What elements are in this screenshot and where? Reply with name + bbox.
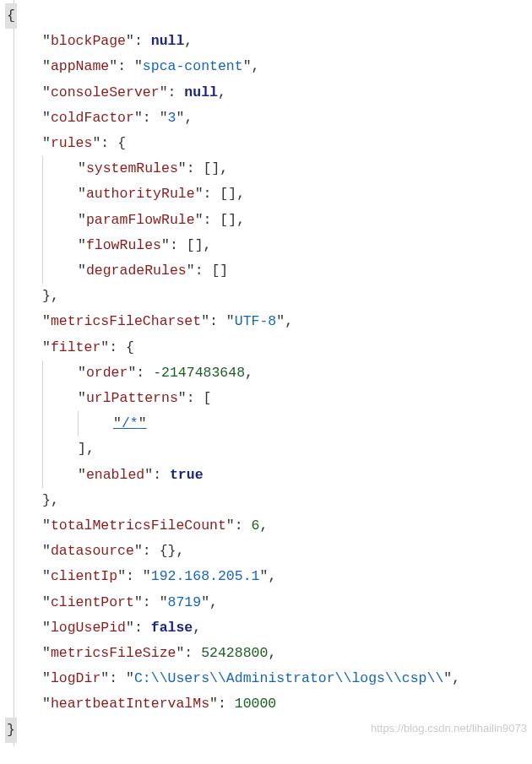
json-string: "C:\\Users\\Administrator\\logs\\csp\\" [126,670,452,686]
code-line: "appName": "spca-content", [7,54,529,79]
json-key: metricsFileSize [51,645,176,661]
json-empty-array: [] [187,237,204,253]
json-boolean: false [151,620,193,636]
json-key: clientPort [51,594,134,610]
code-line: "enabled": true [7,463,529,488]
code-line: "clientIp": "192.168.205.1", [7,564,529,589]
json-key: paramFlowRule [86,212,195,228]
json-empty-array: [] [220,186,236,202]
code-line: "rules": { [7,131,529,156]
json-string: "UTF-8" [226,313,285,329]
json-key: rules [51,135,93,151]
json-string: "/*" [113,415,147,431]
json-key: systemRules [86,160,178,176]
json-key: degradeRules [86,263,187,279]
code-line: "flowRules": [], [7,233,529,258]
json-string: "8719" [160,594,209,610]
close-brace: } [5,718,17,743]
json-code-block: { "blockPage": null, "appName": "spca-co… [0,0,532,746]
code-line: "consoleServer": null, [7,80,529,106]
json-empty-object: {} [160,543,176,559]
json-key: totalMetricsFileCount [51,517,226,534]
code-line: "totalMetricsFileCount": 6, [7,513,529,539]
code-line: "clientPort": "8719", [7,590,529,615]
json-string: "192.168.205.1" [143,568,269,584]
code-line: "metricsFileSize": 52428800, [7,641,529,666]
json-empty-array: [] [211,263,228,279]
json-key: blockPage [51,33,126,49]
code-line: { [7,3,529,29]
json-number: -2147483648 [153,365,245,381]
code-line: "metricsFileCharset": "UTF-8", [7,309,529,334]
json-key: appName [51,58,109,74]
code-line: "authorityRule": [], [7,182,529,207]
json-null: null [151,33,185,49]
code-line: "paramFlowRule": [], [7,208,529,233]
json-empty-array: [] [204,160,220,176]
json-empty-array: [] [220,212,236,228]
code-line: }, [7,488,529,513]
code-line: }, [7,284,529,309]
code-line: "urlPatterns": [ [7,386,529,411]
json-key: logUsePid [51,620,126,636]
json-number: 10000 [235,696,277,712]
code-line: "logUsePid": false, [7,615,529,641]
json-key: consoleServer [51,84,160,100]
json-null: null [184,84,218,100]
code-line: "logDir": "C:\\Users\\Administrator\\log… [7,666,529,691]
json-key: order [86,365,128,381]
json-key: enabled [86,467,144,483]
json-number: 52428800 [201,645,268,661]
json-key: datasource [51,543,134,559]
json-key: filter [51,339,100,355]
json-key: authorityRule [86,186,195,202]
json-key: heartbeatIntervalMs [51,696,209,712]
code-line: "order": -2147483648, [7,360,529,386]
code-line: "/*" [7,411,529,436]
code-line: "filter": { [7,335,529,360]
code-line: "systemRules": [], [7,156,529,182]
json-key: logDir [51,670,100,686]
json-key: flowRules [86,237,161,253]
watermark: https://blog.csdn.net/lihailin9073 [371,716,527,741]
code-line: "blockPage": null, [7,29,529,54]
json-key: metricsFileCharset [51,313,201,329]
json-number: 6 [252,517,260,534]
code-line: "degradeRules": [] [7,258,529,284]
json-key: coldFactor [51,110,134,126]
code-line: "datasource": {}, [7,539,529,564]
code-line: ], [7,436,529,462]
code-line: "heartbeatIntervalMs": 10000 [7,691,529,717]
json-string: "spca-content" [134,58,252,74]
code-line: "coldFactor": "3", [7,106,529,131]
json-key: urlPatterns [86,390,178,406]
json-boolean: true [170,467,204,483]
json-key: clientIp [51,568,117,584]
open-brace: { [5,3,17,29]
json-string: "3" [160,110,185,126]
